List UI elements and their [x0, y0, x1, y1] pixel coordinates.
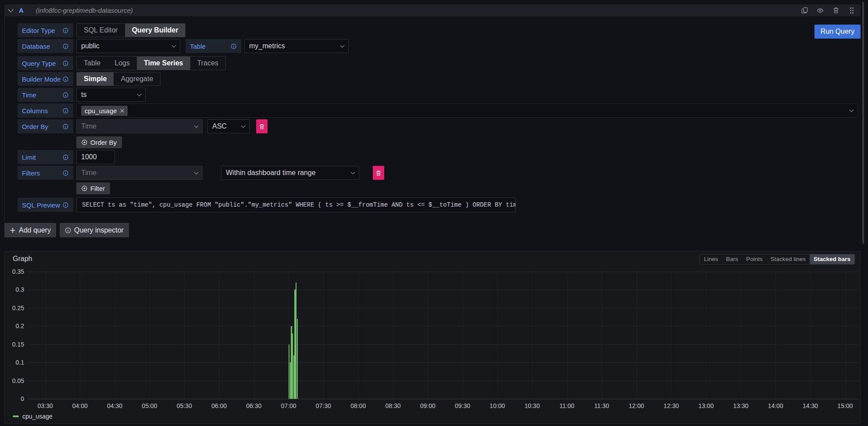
add-query-button[interactable]: Add query: [4, 223, 56, 237]
chevron-down-icon: [351, 170, 355, 175]
add-filter-button[interactable]: Filter: [76, 183, 110, 194]
info-icon[interactable]: [63, 154, 69, 160]
gridline-h: [28, 290, 858, 290]
info-icon[interactable]: [63, 76, 69, 82]
y-tick-label: 0.05: [7, 377, 24, 384]
mode-option-stacked-bars[interactable]: Stacked bars: [810, 254, 854, 264]
legend-series-label: cpu_usage: [22, 413, 53, 420]
chevron-down-icon: [241, 124, 246, 128]
add-order-by-button[interactable]: Order By: [76, 136, 122, 148]
query-header-toggle[interactable]: A: [9, 7, 24, 14]
run-query-button[interactable]: Run Query: [814, 25, 861, 39]
x-tick-label: 04:00: [67, 402, 93, 409]
info-icon[interactable]: [63, 123, 69, 129]
x-tick-label: 14:00: [762, 402, 789, 409]
row-order-by: Order By Time ASC: [18, 119, 268, 133]
x-tick-label: 07:00: [275, 402, 302, 409]
limit-input[interactable]: [76, 150, 115, 164]
table-select[interactable]: my_metrics: [244, 39, 349, 53]
query-type-option-table[interactable]: Table: [77, 57, 107, 70]
plus-circle-icon: [82, 140, 87, 145]
mode-option-points[interactable]: Points: [742, 254, 767, 264]
duplicate-query-icon[interactable]: [800, 6, 809, 15]
remove-column-icon[interactable]: [120, 109, 124, 113]
x-tick-label: 11:00: [554, 402, 580, 409]
graph-panel-title: Graph: [13, 255, 32, 263]
filter-range-select[interactable]: Within dashboard time range: [221, 166, 359, 180]
chevron-down-icon: [194, 124, 199, 128]
editor-type-option-sql[interactable]: SQL Editor: [77, 24, 125, 37]
row-sql-preview: SQL Preview SELECT ts as "time", cpu_usa…: [18, 197, 516, 212]
sql-preview-label: SQL Preview: [22, 201, 60, 209]
columns-multiselect[interactable]: cpu_usage: [76, 104, 858, 118]
gridline-v: [254, 272, 254, 399]
order-by-label: Order By: [22, 123, 48, 130]
query-inspector-button[interactable]: Query inspector: [60, 223, 129, 237]
scrollbar-thumb[interactable]: [862, 2, 864, 244]
row-database: Database public Table: [18, 39, 349, 53]
drag-handle-icon[interactable]: [847, 6, 856, 15]
query-type-option-timeseries[interactable]: Time Series: [137, 57, 190, 70]
chevron-down-icon: [137, 92, 142, 97]
editor-type-option-builder[interactable]: Query Builder: [125, 24, 186, 37]
info-icon[interactable]: [63, 170, 69, 176]
sql-preview-text: SELECT ts as "time", cpu_usage FROM "pub…: [76, 197, 516, 212]
query-type-label-chip: Query Type: [18, 56, 73, 70]
info-icon[interactable]: [63, 107, 69, 114]
info-icon[interactable]: [63, 43, 69, 49]
y-tick-label: 0.15: [7, 341, 24, 348]
order-by-field-select[interactable]: Time: [76, 119, 203, 133]
order-by-field-placeholder: Time: [81, 122, 96, 130]
plot-area: [28, 272, 858, 399]
y-tick-label: 0: [7, 395, 24, 402]
query-type-option-traces[interactable]: Traces: [190, 57, 225, 70]
database-select[interactable]: public: [76, 39, 180, 53]
plus-circle-icon: [82, 186, 87, 191]
table-label-chip: Table: [186, 39, 241, 53]
gridline-v: [497, 272, 498, 399]
order-by-direction-select[interactable]: ASC: [207, 119, 250, 133]
gridline-h: [28, 308, 858, 308]
legend-item[interactable]: cpu_usage: [13, 413, 53, 420]
filter-field-select[interactable]: Time: [76, 166, 203, 180]
delete-query-trash-icon[interactable]: [832, 6, 840, 15]
info-icon[interactable]: [63, 27, 69, 33]
row-limit: Limit: [18, 150, 115, 164]
table-label: Table: [190, 43, 206, 50]
y-tick-label: 0.2: [7, 322, 24, 329]
time-column-value: ts: [81, 91, 86, 99]
chevron-down-icon: [194, 170, 199, 175]
x-tick-label: 09:30: [450, 402, 476, 409]
database-label-chip: Database: [18, 39, 73, 53]
y-tick-label: 0.1: [7, 359, 24, 366]
hide-query-eye-icon[interactable]: [816, 6, 825, 15]
order-by-direction-value: ASC: [212, 122, 227, 130]
mode-option-lines[interactable]: Lines: [700, 254, 722, 264]
add-order-by-label: Order By: [90, 139, 117, 146]
time-column-select[interactable]: ts: [76, 88, 146, 102]
info-icon[interactable]: [231, 43, 237, 49]
query-footer-actions: Add query Query inspector: [4, 223, 129, 237]
gridline-h: [28, 362, 858, 363]
mode-option-bars[interactable]: Bars: [722, 254, 742, 264]
display-mode-switch: Lines Bars Points Stacked lines Stacked …: [700, 254, 855, 265]
x-tick-label: 15:00: [832, 402, 858, 409]
chevron-down-icon: [340, 43, 345, 48]
builder-mode-option-aggregate[interactable]: Aggregate: [114, 72, 160, 86]
remove-order-by-button[interactable]: [256, 119, 268, 133]
collapse-chevron-icon: [8, 7, 14, 12]
gridline-v: [636, 272, 637, 399]
info-icon[interactable]: [63, 60, 69, 66]
remove-filter-button[interactable]: [373, 166, 384, 180]
info-icon[interactable]: [63, 92, 69, 98]
mode-option-stacked-lines[interactable]: Stacked lines: [767, 254, 810, 264]
builder-mode-label-chip: Builder Mode: [18, 72, 73, 86]
grafana-query-editor-page: A (info8fcc-greptimedb-datasource): [0, 0, 868, 426]
builder-mode-option-simple[interactable]: Simple: [77, 72, 114, 86]
order-by-label-chip: Order By: [18, 119, 73, 133]
gridline-h: [28, 381, 858, 381]
info-icon[interactable]: [63, 202, 69, 208]
query-type-option-logs[interactable]: Logs: [107, 57, 137, 70]
limit-label: Limit: [22, 154, 36, 161]
gridline-h: [28, 399, 858, 399]
